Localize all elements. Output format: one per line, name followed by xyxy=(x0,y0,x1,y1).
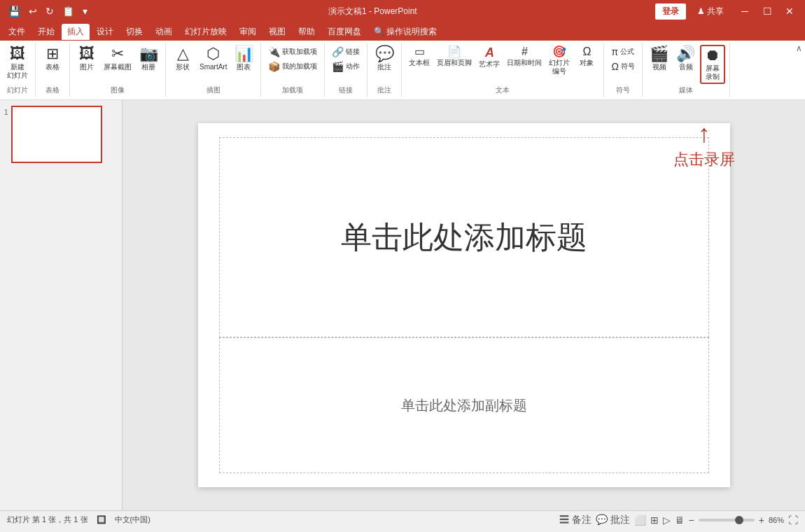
slide-number-icon: 🎯 xyxy=(552,46,566,57)
ribbon-collapse[interactable]: ∧ xyxy=(793,41,805,99)
undo-icon[interactable]: ↩ xyxy=(26,4,40,18)
view-presenter-icon[interactable]: 🖥 xyxy=(675,514,685,526)
group-label-slides: 幻灯片 xyxy=(7,84,28,95)
menu-design[interactable]: 设计 xyxy=(91,24,119,40)
group-label-text: 文本 xyxy=(496,84,510,95)
object-button[interactable]: Ω 对象 xyxy=(574,45,599,69)
maximize-button[interactable]: ☐ xyxy=(757,4,777,19)
group-label-illustrations: 插图 xyxy=(206,84,220,95)
ribbon-group-media: 🎬 视频 🔊 音频 ⏺ 屏幕录制 媒体 xyxy=(643,43,730,97)
wordart-button[interactable]: A 艺术字 xyxy=(476,45,503,70)
menu-view[interactable]: 视图 xyxy=(263,24,291,40)
language-label: 中文(中国) xyxy=(115,514,150,525)
zoom-in-icon[interactable]: + xyxy=(759,514,764,526)
comment-button[interactable]: 💬 批注 xyxy=(372,45,397,73)
table-button[interactable]: ⊞ 表格 xyxy=(40,45,65,73)
ribbon-group-comments: 💬 批注 批注 xyxy=(368,43,402,97)
close-button[interactable]: ✕ xyxy=(780,4,799,19)
menu-animations[interactable]: 动画 xyxy=(150,24,178,40)
screen-record-icon: ⏺ xyxy=(705,48,720,63)
link-button[interactable]: 🔗 链接 xyxy=(329,45,363,59)
new-slide-button[interactable]: 🖼 新建幻灯片 xyxy=(4,45,31,81)
group-label-images: 图像 xyxy=(111,84,125,95)
audio-button[interactable]: 🔊 音频 xyxy=(673,45,699,73)
notes-status-icon[interactable]: 💬 批注 xyxy=(596,514,630,526)
get-addins-button[interactable]: 🔌 获取加载项 xyxy=(265,45,320,59)
ribbon-group-table: ⊞ 表格 表格 xyxy=(36,43,70,97)
action-button[interactable]: 🎬 动作 xyxy=(329,59,363,74)
textbox-button[interactable]: ▭ 文本框 xyxy=(406,45,433,69)
links-items: 🔗 链接 🎬 动作 xyxy=(329,45,363,74)
ribbon-group-images: 🖼 图片 ✂ 屏幕截图 📷 相册 图像 xyxy=(70,43,166,97)
menu-search[interactable]: 🔍 操作说明搜索 xyxy=(368,24,442,40)
annotation-overlay: ↑ 点击录屏 xyxy=(673,121,735,170)
zoom-out-icon[interactable]: − xyxy=(689,514,694,526)
my-addins-button[interactable]: 📦 我的加载项 xyxy=(265,59,320,74)
minimize-button[interactable]: ─ xyxy=(735,4,755,19)
video-button[interactable]: 🎬 视频 xyxy=(647,45,672,73)
menu-help[interactable]: 帮助 xyxy=(293,24,321,40)
group-label-table: 表格 xyxy=(46,84,59,95)
symbol-icon: Ω xyxy=(611,61,618,72)
zoom-thumb xyxy=(735,516,743,524)
picture-button[interactable]: 🖼 图片 xyxy=(74,45,99,73)
menu-home[interactable]: 开始 xyxy=(32,24,60,40)
share-button[interactable]: ♟ 共享 xyxy=(692,4,729,20)
table-icon: ⊞ xyxy=(46,46,59,62)
equation-icon: π xyxy=(611,46,618,57)
slide-thumbnail[interactable] xyxy=(11,106,102,163)
shapes-button[interactable]: △ 形状 xyxy=(170,45,195,73)
slide-info-label: 幻灯片 第 1 张，共 1 张 xyxy=(7,514,88,525)
action-icon: 🎬 xyxy=(332,61,344,72)
ribbon-group-text: ▭ 文本框 📄 页眉和页脚 A 艺术字 # 日期和时间 🎯 幻灯片编号 Ω 对象 xyxy=(402,43,604,97)
addins-items: 🔌 获取加载项 📦 我的加载项 xyxy=(265,45,320,74)
window-controls: ─ ☐ ✕ xyxy=(735,4,799,19)
menu-review[interactable]: 审阅 xyxy=(234,24,262,40)
audio-icon: 🔊 xyxy=(676,46,695,62)
slide-subtitle-area[interactable]: 单击此处添加副标题 xyxy=(219,337,709,473)
slide-title-placeholder: 单击此处添加标题 xyxy=(341,217,587,258)
slide-number-label: 1 xyxy=(4,108,8,116)
slide-subtitle-placeholder: 单击此处添加副标题 xyxy=(401,396,527,415)
menu-baidu[interactable]: 百度网盘 xyxy=(322,24,367,40)
annotation-label: 点击录屏 xyxy=(673,149,735,170)
menu-insert[interactable]: 插入 xyxy=(62,24,90,40)
new-slide-icon: 🖼 xyxy=(10,46,25,62)
symbol-button[interactable]: Ω 符号 xyxy=(608,59,637,74)
album-button[interactable]: 📷 相册 xyxy=(136,45,161,73)
header-footer-icon: 📄 xyxy=(447,46,461,57)
clipboard-icon[interactable]: 📋 xyxy=(59,4,77,18)
header-footer-button[interactable]: 📄 页眉和页脚 xyxy=(434,45,475,69)
fit-to-window-icon[interactable]: ⛶ xyxy=(788,514,798,526)
screenshot-icon: ✂ xyxy=(111,46,124,62)
picture-icon: 🖼 xyxy=(79,46,94,62)
search-icon: 🔍 xyxy=(374,27,384,36)
equation-button[interactable]: π 公式 xyxy=(608,45,637,59)
zoom-slider[interactable] xyxy=(699,519,755,522)
ribbon-toolbar: 🖼 新建幻灯片 幻灯片 ⊞ 表格 表格 🖼 图片 ✂ 屏幕截图 xyxy=(0,41,805,100)
smartart-button[interactable]: ⬡ SmartArt xyxy=(197,45,230,73)
ribbon-group-addins: 🔌 获取加载项 📦 我的加载项 加载项 xyxy=(261,43,325,97)
status-right: ☰ 备注 💬 批注 ⬜ ⊞ ▷ 🖥 − + 86% ⛶ xyxy=(559,514,798,526)
status-bar: 幻灯片 第 1 张，共 1 张 🔲 中文(中国) ☰ 备注 💬 批注 ⬜ ⊞ ▷… xyxy=(0,510,805,528)
slide-canvas: 单击此处添加标题 单击此处添加副标题 xyxy=(198,123,730,487)
chart-button[interactable]: 📊 图表 xyxy=(231,45,256,73)
dropdown-icon[interactable]: ▾ xyxy=(80,4,90,18)
slide-number-button[interactable]: 🎯 幻灯片编号 xyxy=(546,45,573,77)
menu-transitions[interactable]: 切换 xyxy=(120,24,148,40)
screen-record-button[interactable]: ⏺ 屏幕录制 xyxy=(700,45,725,84)
redo-icon[interactable]: ↻ xyxy=(43,4,57,18)
work-area: 1 单击此处添加标题 单击此处添加副标题 ↑ 点击录屏 xyxy=(0,100,805,510)
screenshot-button[interactable]: ✂ 屏幕截图 xyxy=(101,45,134,73)
menu-file[interactable]: 文件 xyxy=(3,24,31,40)
menu-slideshow[interactable]: 幻灯片放映 xyxy=(179,24,232,40)
link-icon: 🔗 xyxy=(332,46,344,57)
login-button[interactable]: 登录 xyxy=(655,4,686,20)
view-normal-icon[interactable]: ⬜ xyxy=(634,514,646,526)
comments-status-icon[interactable]: ☰ 备注 xyxy=(559,514,592,526)
datetime-button[interactable]: # 日期和时间 xyxy=(504,45,545,69)
save-icon[interactable]: 💾 xyxy=(6,4,23,18)
slide-title-area[interactable]: 单击此处添加标题 xyxy=(219,137,709,337)
view-reading-icon[interactable]: ▷ xyxy=(663,514,671,526)
view-slide-sorter-icon[interactable]: ⊞ xyxy=(650,514,659,526)
